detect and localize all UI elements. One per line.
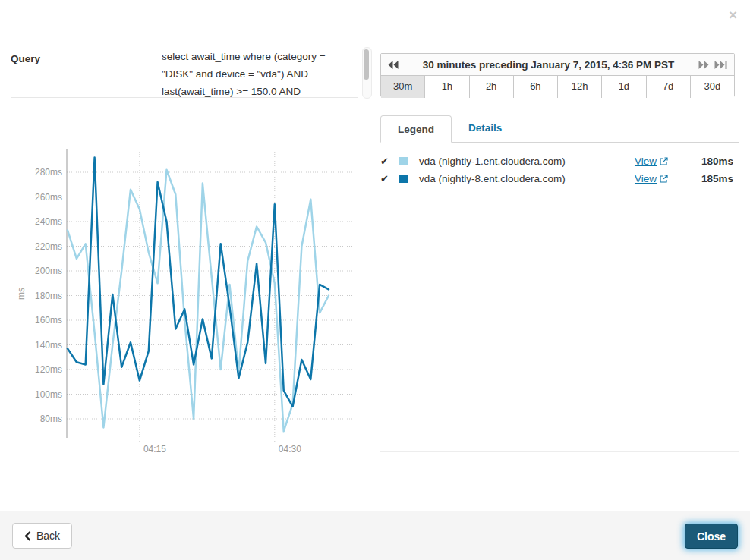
time-range-button-12h[interactable]: 12h <box>557 76 601 98</box>
series-current-value: 185ms <box>668 173 733 184</box>
view-link[interactable]: View <box>635 173 668 184</box>
series-label: vda (nightly-1.ent.cloudera.com) <box>419 156 566 167</box>
y-tick-label: 180ms <box>35 291 62 301</box>
y-tick-label: 240ms <box>35 216 62 227</box>
skip-to-now-icon[interactable] <box>714 61 727 69</box>
series-current-value: 180ms <box>668 156 733 167</box>
time-range-button-7d[interactable]: 7d <box>646 76 690 98</box>
legend-row: ✔vda (nightly-8.ent.cloudera.com)View185… <box>380 170 733 187</box>
view-link-label[interactable]: View <box>635 173 657 184</box>
y-tick-label: 140ms <box>35 340 62 351</box>
y-axis-unit-label: ms <box>16 288 27 300</box>
y-tick-label: 100ms <box>35 389 62 400</box>
time-range-widget: 30 minutes preceding January 7, 2015, 4:… <box>380 53 735 97</box>
y-tick-label: 80ms <box>40 414 62 424</box>
scrollbar-thumb[interactable] <box>364 49 369 80</box>
timeseries-chart: ms 80ms100ms120ms140ms160ms180ms200ms220… <box>5 140 361 467</box>
series-visibility-check-icon[interactable]: ✔ <box>380 156 396 167</box>
legend-panel: ✔vda (nightly-1.ent.cloudera.com)View180… <box>380 153 733 187</box>
time-range-button-30d[interactable]: 30d <box>690 76 734 98</box>
back-button[interactable]: Back <box>12 523 72 549</box>
external-link-icon <box>660 157 668 165</box>
chevron-left-icon <box>24 531 31 541</box>
step-forward-icon[interactable] <box>698 61 709 69</box>
query-text: select await_time where (category = "DIS… <box>162 48 359 97</box>
series-label: vda (nightly-8.ent.cloudera.com) <box>419 173 566 184</box>
time-range-buttons: 30m1h2h6h12h1d7d30d <box>381 76 734 98</box>
time-range-title-row: 30 minutes preceding January 7, 2015, 4:… <box>381 54 734 76</box>
query-label: Query <box>11 53 40 64</box>
series-visibility-check-icon[interactable]: ✔ <box>380 173 396 184</box>
view-link-label[interactable]: View <box>635 156 657 167</box>
series-line <box>68 170 329 432</box>
y-tick-label: 220ms <box>35 241 62 252</box>
chart-detail-dialog: × Query select await_time where (categor… <box>0 0 750 560</box>
close-button[interactable]: Close <box>685 524 738 549</box>
y-tick-label: 260ms <box>35 192 62 203</box>
y-tick-label: 120ms <box>35 364 62 375</box>
step-back-icon[interactable] <box>388 61 399 69</box>
tabbar: LegendDetails <box>380 115 739 143</box>
time-range-button-1h[interactable]: 1h <box>424 76 468 98</box>
time-range-button-2h[interactable]: 2h <box>469 76 513 98</box>
time-range-button-1d[interactable]: 1d <box>601 76 645 98</box>
query-scrollbar[interactable] <box>362 47 372 99</box>
dialog-footer: Back Close <box>0 511 750 560</box>
y-tick-label: 160ms <box>35 315 62 326</box>
series-color-swatch <box>399 175 408 183</box>
series-color-swatch <box>399 157 408 165</box>
panel-bottom-border <box>380 451 739 452</box>
back-button-label: Back <box>36 530 60 542</box>
tab-legend[interactable]: Legend <box>380 115 452 143</box>
view-link[interactable]: View <box>635 156 668 167</box>
y-tick-label: 280ms <box>35 167 62 178</box>
legend-row: ✔vda (nightly-1.ent.cloudera.com)View180… <box>380 153 733 170</box>
y-tick-label: 200ms <box>35 266 62 276</box>
query-divider <box>11 97 358 98</box>
time-range-title: 30 minutes preceding January 7, 2015, 4:… <box>399 59 698 71</box>
external-link-icon <box>660 175 668 183</box>
tab-details[interactable]: Details <box>452 115 518 142</box>
time-range-button-30m[interactable]: 30m <box>381 76 424 98</box>
x-tick-label: 04:15 <box>143 444 166 455</box>
close-icon[interactable]: × <box>729 8 737 22</box>
time-range-button-6h[interactable]: 6h <box>513 76 557 98</box>
x-tick-label: 04:30 <box>279 444 301 455</box>
